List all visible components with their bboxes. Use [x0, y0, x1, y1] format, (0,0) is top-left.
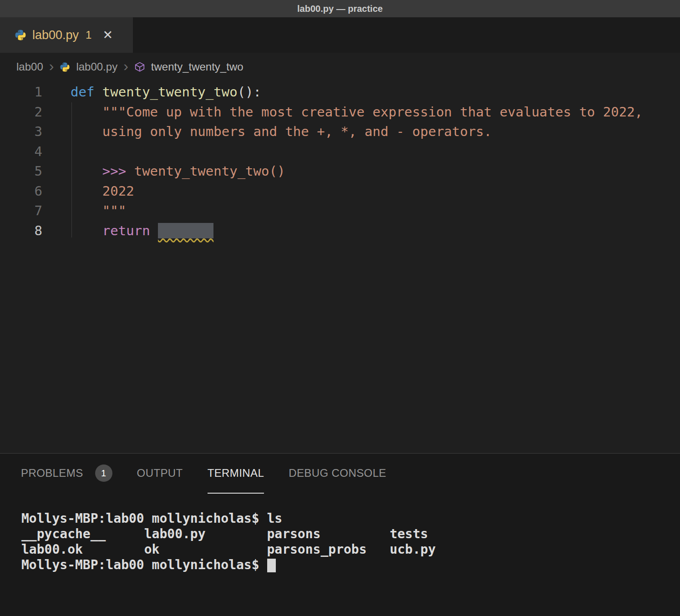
code-text: 2022 — [71, 182, 134, 202]
code-line: 2 """Come up with the most creative expr… — [0, 102, 680, 122]
code-token: using only numbers and the +, *, and - o… — [71, 124, 492, 139]
code-token: """Come up with the most creative expres… — [71, 104, 643, 120]
code-token: return — [71, 223, 158, 238]
line-number: 2 — [0, 102, 42, 122]
chevron-right-icon: › — [123, 59, 128, 73]
panel-tab-debug-console[interactable]: DEBUG CONSOLE — [289, 454, 386, 494]
symbol-namespace-icon — [134, 61, 145, 72]
terminal-line: lab00.ok ok parsons_probs ucb.py — [21, 542, 680, 557]
breadcrumb-folder[interactable]: lab00 — [16, 61, 43, 73]
code-editor[interactable]: 1 def twenty_twenty_two(): 2 """Come up … — [0, 81, 680, 453]
code-line: 1 def twenty_twenty_two(): — [0, 82, 680, 102]
code-text: using only numbers and the +, *, and - o… — [71, 122, 492, 142]
terminal-prompt: Mollys-MBP:lab00 mollynicholas$ — [21, 557, 267, 572]
code-text: return — [71, 221, 213, 241]
line-number: 6 — [0, 182, 42, 202]
terminal-line: Mollys-MBP:lab00 mollynicholas$ ls — [21, 511, 680, 526]
code-line: 5 >>> twenty_twenty_two() — [0, 162, 680, 182]
terminal-cursor — [267, 559, 276, 572]
breadcrumb: lab00 › lab00.py › twenty_twenty_two — [0, 53, 680, 81]
code-text: """Come up with the most creative expres… — [71, 102, 643, 122]
editor-tab-lab00py[interactable]: lab00.py 1 ✕ — [0, 17, 133, 53]
code-token: 2022 — [71, 183, 134, 199]
panel-tab-label: DEBUG CONSOLE — [289, 467, 386, 480]
code-token: """ — [71, 203, 126, 218]
line-number: 3 — [0, 122, 42, 142]
code-line: 6 2022 — [0, 182, 680, 202]
tab-filename: lab00.py — [32, 28, 79, 42]
line-number: 7 — [0, 201, 42, 221]
code-line: 3 using only numbers and the +, *, and -… — [0, 122, 680, 142]
terminal-line: Mollys-MBP:lab00 mollynicholas$ — [21, 557, 680, 573]
tab-bar: lab00.py 1 ✕ — [0, 17, 680, 53]
breadcrumb-file[interactable]: lab00.py — [76, 61, 117, 73]
line-number: 5 — [0, 162, 42, 182]
code-text: def twenty_twenty_two(): — [71, 82, 261, 102]
code-token: twenty_twenty_two() — [134, 163, 285, 179]
code-text: """ — [71, 201, 126, 221]
panel-tab-output[interactable]: OUTPUT — [137, 454, 183, 494]
indent-guide — [71, 102, 72, 237]
code-token: >>> — [71, 163, 134, 179]
chevron-right-icon: › — [49, 59, 54, 73]
code-text: >>> twenty_twenty_two() — [71, 162, 285, 182]
line-number: 1 — [0, 82, 42, 102]
panel-tab-label: OUTPUT — [137, 467, 183, 480]
bottom-panel: PROBLEMS 1 OUTPUT TERMINAL DEBUG CONSOLE… — [0, 453, 680, 616]
panel-tab-problems[interactable]: PROBLEMS 1 — [21, 454, 112, 494]
code-token: def — [71, 84, 102, 100]
panel-tab-label: TERMINAL — [208, 467, 264, 480]
code-line: 8 return — [0, 221, 680, 241]
code-line: 4 — [0, 142, 680, 162]
code-line: 7 """ — [0, 201, 680, 221]
panel-tab-bar: PROBLEMS 1 OUTPUT TERMINAL DEBUG CONSOLE — [0, 454, 680, 494]
panel-tab-label: PROBLEMS — [21, 467, 83, 480]
terminal-line: __pycache__ lab00.py parsons tests — [21, 526, 680, 542]
problems-count-badge: 1 — [95, 465, 112, 482]
window-titlebar: lab00.py — practice — [0, 0, 680, 17]
code-token: twenty_twenty_two — [102, 84, 238, 100]
window-title: lab00.py — practice — [297, 4, 383, 14]
tab-problem-count: 1 — [86, 29, 91, 41]
terminal-output[interactable]: Mollys-MBP:lab00 mollynicholas$ ls __pyc… — [0, 494, 680, 573]
python-icon — [60, 62, 70, 72]
breadcrumb-symbol[interactable]: twenty_twenty_two — [151, 61, 244, 73]
selection-highlight — [158, 223, 213, 238]
tab-close-icon[interactable]: ✕ — [102, 28, 113, 42]
line-number: 8 — [0, 221, 42, 241]
line-number: 4 — [0, 142, 42, 162]
code-token: (): — [238, 84, 261, 100]
python-icon — [15, 29, 26, 41]
panel-tab-terminal[interactable]: TERMINAL — [208, 454, 264, 494]
